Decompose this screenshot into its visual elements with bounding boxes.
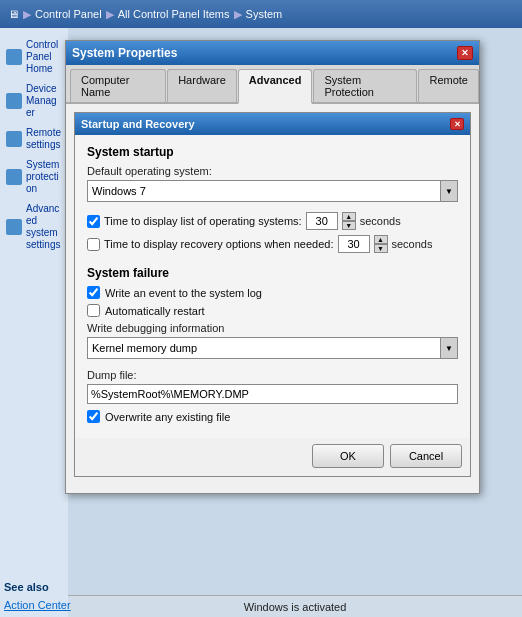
inner-dialog-title-bar: Startup and Recovery ✕ [75, 113, 470, 135]
os-dropdown[interactable]: Windows 7 [87, 180, 458, 202]
sidebar-item-advanced[interactable]: Advanced system settings [4, 200, 64, 254]
title-bar-buttons: ✕ [457, 46, 473, 60]
write-event-row: Write an event to the system log [87, 286, 458, 299]
debug-dropdown-wrapper: Kernel memory dump ▼ [87, 337, 458, 359]
tab-system-protection[interactable]: System Protection [313, 69, 417, 102]
overwrite-label: Overwrite any existing file [105, 411, 230, 423]
time-display-label: Time to display list of operating system… [104, 215, 302, 227]
close-button[interactable]: ✕ [457, 46, 473, 60]
sidebar-item-control-panel-home[interactable]: Control Panel Home [4, 36, 64, 78]
dialog-body: Startup and Recovery ✕ System startup De… [66, 104, 479, 493]
os-dropdown-wrapper: Windows 7 ▼ [87, 180, 458, 202]
time-display-down-button[interactable]: ▼ [342, 221, 356, 230]
recovery-time-row: Time to display recovery options when ne… [87, 235, 458, 253]
inner-dialog-footer: OK Cancel [75, 438, 470, 476]
dialog-title-bar: System Properties ✕ [66, 41, 479, 65]
breadcrumb-all-items[interactable]: All Control Panel Items [118, 8, 230, 20]
overwrite-checkbox[interactable] [87, 410, 100, 423]
sidebar-label: Remote settings [26, 127, 62, 151]
action-center-link[interactable]: Action Center [4, 599, 71, 611]
inner-dialog-title: Startup and Recovery [81, 118, 195, 130]
time-display-spinner: ▲ ▼ [342, 212, 356, 230]
os-label: Default operating system: [87, 165, 458, 177]
recovery-time-label: Time to display recovery options when ne… [104, 238, 334, 250]
time-display-checkbox[interactable] [87, 215, 100, 228]
sidebar-label: Control Panel Home [26, 39, 62, 75]
tab-computer-name[interactable]: Computer Name [70, 69, 166, 102]
sidebar-label: Device Manager [26, 83, 62, 119]
sidebar-item-remote-settings[interactable]: Remote settings [4, 124, 64, 154]
recovery-time-up-button[interactable]: ▲ [374, 235, 388, 244]
auto-restart-checkbox[interactable] [87, 304, 100, 317]
system-failure-label: System failure [87, 266, 458, 280]
tab-advanced[interactable]: Advanced [238, 69, 313, 104]
dump-file-input[interactable] [87, 384, 458, 404]
time-display-up-button[interactable]: ▲ [342, 212, 356, 221]
activation-status: Windows is activated [244, 601, 347, 613]
time-display-row: Time to display list of operating system… [87, 212, 458, 230]
bottom-bar: Windows is activated [68, 595, 522, 617]
startup-recovery-dialog: Startup and Recovery ✕ System startup De… [74, 112, 471, 477]
breadcrumb-control-panel[interactable]: Control Panel [35, 8, 102, 20]
sidebar-item-system-protection[interactable]: System protection [4, 156, 64, 198]
recovery-time-input[interactable] [338, 235, 370, 253]
breadcrumb-system[interactable]: System [246, 8, 283, 20]
time-display-unit: seconds [360, 215, 401, 227]
sidebar-item-device-manager[interactable]: Device Manager [4, 80, 64, 122]
inner-dialog-body: System startup Default operating system:… [75, 135, 470, 438]
dump-file-label: Dump file: [87, 369, 458, 381]
cancel-button[interactable]: Cancel [390, 444, 462, 468]
system-properties-dialog: System Properties ✕ Computer Name Hardwa… [65, 40, 480, 494]
see-also-label: See also [4, 581, 49, 593]
recovery-time-checkbox[interactable] [87, 238, 100, 251]
sidebar-label: System protection [26, 159, 62, 195]
overwrite-row: Overwrite any existing file [87, 410, 458, 423]
breadcrumb: 🖥 ▶ Control Panel ▶ All Control Panel It… [8, 8, 282, 21]
sidebar: Control Panel Home Device Manager Remote… [0, 28, 68, 617]
advanced-icon [6, 219, 22, 235]
auto-restart-label: Automatically restart [105, 305, 205, 317]
debug-dropdown[interactable]: Kernel memory dump [87, 337, 458, 359]
protection-icon [6, 169, 22, 185]
remote-icon [6, 131, 22, 147]
tab-bar: Computer Name Hardware Advanced System P… [66, 65, 479, 104]
system-startup-label: System startup [87, 145, 458, 159]
debug-info-label: Write debugging information [87, 322, 458, 334]
ok-button[interactable]: OK [312, 444, 384, 468]
top-bar: 🖥 ▶ Control Panel ▶ All Control Panel It… [0, 0, 522, 28]
recovery-time-unit: seconds [392, 238, 433, 250]
tab-hardware[interactable]: Hardware [167, 69, 237, 102]
recovery-time-down-button[interactable]: ▼ [374, 244, 388, 253]
recovery-time-spinner: ▲ ▼ [374, 235, 388, 253]
divider [87, 258, 458, 266]
sidebar-label: Advanced system settings [26, 203, 62, 251]
tab-remote[interactable]: Remote [418, 69, 479, 102]
write-event-label: Write an event to the system log [105, 287, 262, 299]
device-manager-icon [6, 93, 22, 109]
dialog-title: System Properties [72, 46, 177, 60]
auto-restart-row: Automatically restart [87, 304, 458, 317]
write-event-checkbox[interactable] [87, 286, 100, 299]
breadcrumb-icon: 🖥 [8, 8, 19, 20]
inner-close-button[interactable]: ✕ [450, 118, 464, 130]
time-display-input[interactable] [306, 212, 338, 230]
home-icon [6, 49, 22, 65]
